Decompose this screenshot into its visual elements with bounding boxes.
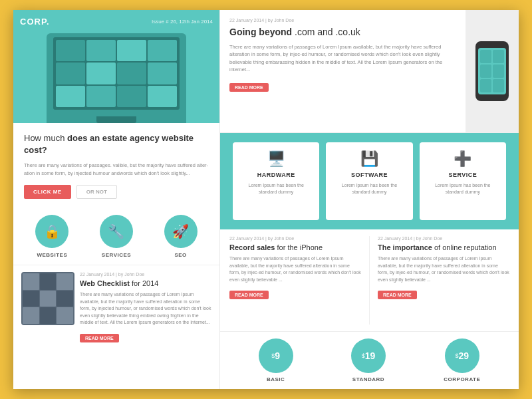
circle-services[interactable]: 🔧 SERVICES bbox=[100, 215, 133, 258]
title-bold: Record sales bbox=[229, 243, 275, 251]
standard-label: STANDARD bbox=[352, 376, 384, 382]
price-corporate: $29 CORPORATE bbox=[444, 338, 480, 382]
screen-cell bbox=[148, 63, 177, 84]
thumb-cell bbox=[40, 307, 57, 324]
websites-label: WEBSITES bbox=[37, 252, 67, 258]
bottom-article-1: 22 January 2014 | by John Doe Record sal… bbox=[229, 236, 369, 325]
screen-cell bbox=[148, 40, 177, 61]
circle-seo[interactable]: 🚀 SEO bbox=[164, 215, 198, 258]
screen-cell bbox=[86, 63, 116, 84]
software-icon: 💾 bbox=[360, 150, 378, 168]
featured-date: 22 January 2014 | by John Doe bbox=[229, 18, 456, 23]
services-circles-row: 🔒 WEBSITES 🔧 SERVICES 🚀 SEO bbox=[13, 205, 219, 265]
service-card: ➕ SERVICE Lorem Ipsum has been the stand… bbox=[420, 142, 506, 220]
services-label: SERVICES bbox=[102, 252, 131, 258]
bottom-article-2-title: The importance of online reputation bbox=[378, 243, 509, 252]
article-body-text: There are many variations of passages of… bbox=[80, 291, 211, 327]
software-body: Lorem Ipsum has been the standard dummy bbox=[332, 182, 406, 196]
services-icon: 🔧 bbox=[100, 215, 133, 248]
phone-cell bbox=[493, 79, 504, 92]
article-title-bold: Web Checklist bbox=[80, 279, 130, 287]
screen-cell bbox=[56, 63, 85, 84]
seo-label: SEO bbox=[174, 252, 186, 258]
pricing-section: $9 BASIC $19 STANDARD $29 CORPORATE bbox=[220, 332, 519, 389]
software-card: 💾 SOFTWARE Lorem Ipsum has been the stan… bbox=[326, 142, 412, 220]
thumb-cell bbox=[23, 273, 39, 290]
hardware-body: Lorem Ipsum has been the standard dummy bbox=[239, 182, 313, 196]
service-body: Lorem Ipsum has been the standard dummy bbox=[426, 182, 499, 196]
laptop-base bbox=[96, 116, 136, 123]
left-middle-section: How much does an estate agency website c… bbox=[13, 123, 219, 205]
click-me-button[interactable]: CLICK ME bbox=[24, 185, 71, 199]
featured-article-text: 22 January 2014 | by John Doe Going beyo… bbox=[220, 10, 466, 132]
read-more-button[interactable]: READ MORE bbox=[80, 334, 119, 342]
featured-title: Going beyond .com and .co.uk bbox=[229, 26, 456, 38]
featured-body: There are many variations of passages of… bbox=[229, 43, 456, 73]
basic-price-circle: $9 bbox=[259, 338, 293, 373]
left-bottom-article: 22 January 2014 | by John Doe Web Checkl… bbox=[13, 265, 219, 389]
right-top-section: 22 January 2014 | by John Doe Going beyo… bbox=[220, 10, 519, 133]
bottom-article-2-date: 22 January 2014 | by John Doe bbox=[378, 236, 509, 241]
services-cards-section: 🖥️ HARDWARE Lorem Ipsum has been the sta… bbox=[220, 133, 519, 229]
headline-subtext: There are many variations of passages. v… bbox=[24, 162, 209, 177]
right-bottom-section: 22 January 2014 | by John Doe Record sal… bbox=[220, 229, 519, 389]
hardware-card: 🖥️ HARDWARE Lorem Ipsum has been the sta… bbox=[233, 142, 319, 220]
basic-price-value: 9 bbox=[275, 350, 280, 361]
phone-cell bbox=[480, 50, 491, 63]
bottom-read-more-1[interactable]: READ MORE bbox=[229, 291, 269, 299]
standard-price-value: 19 bbox=[365, 350, 376, 361]
bottom-article-2: 22 January 2014 | by John Doe The import… bbox=[369, 236, 509, 325]
headline-plain: How much bbox=[24, 133, 65, 143]
hardware-icon: 🖥️ bbox=[267, 150, 285, 168]
standard-price-circle: $19 bbox=[351, 338, 386, 373]
basic-label: BASIC bbox=[267, 376, 285, 382]
magazine-layout: CORP. Issue # 26, 12th Jan 2014 bbox=[13, 10, 519, 389]
left-panel: CORP. Issue # 26, 12th Jan 2014 bbox=[13, 10, 219, 389]
title-rest: of online reputation bbox=[432, 243, 497, 251]
thumb-cell bbox=[57, 307, 73, 324]
screen-cell bbox=[86, 40, 116, 61]
phone-shape bbox=[475, 41, 509, 101]
corporate-label: CORPORATE bbox=[444, 376, 480, 382]
screen-cell bbox=[56, 40, 85, 61]
article-content: 22 January 2014 | by John Doe Web Checkl… bbox=[80, 272, 211, 382]
laptop-image bbox=[47, 33, 186, 123]
or-not-button[interactable]: OR NOT bbox=[76, 185, 117, 199]
phone-cell bbox=[493, 50, 504, 63]
bottom-read-more-2[interactable]: READ MORE bbox=[378, 291, 417, 299]
main-headline: How much does an estate agency website c… bbox=[24, 132, 209, 156]
laptop-screen bbox=[53, 37, 180, 110]
title-bold: The importance bbox=[378, 243, 432, 251]
bottom-article-1-title: Record sales for the iPhone bbox=[229, 243, 361, 252]
service-icon: ➕ bbox=[454, 150, 471, 168]
action-buttons: CLICK ME OR NOT bbox=[24, 185, 209, 199]
header-bar: CORP. Issue # 26, 12th Jan 2014 bbox=[20, 17, 213, 27]
featured-read-more-button[interactable]: READ MORE bbox=[229, 83, 269, 92]
circle-websites[interactable]: 🔒 WEBSITES bbox=[35, 215, 68, 258]
price-standard: $19 STANDARD bbox=[351, 338, 386, 382]
issue-text: Issue # 26, 12th Jan 2014 bbox=[152, 19, 213, 25]
logo: CORP. bbox=[20, 17, 50, 27]
service-title: SERVICE bbox=[448, 172, 477, 178]
seo-icon: 🚀 bbox=[164, 215, 198, 248]
thumb-cell bbox=[23, 291, 39, 307]
thumb-cell bbox=[57, 273, 73, 290]
corporate-price-value: 29 bbox=[459, 350, 469, 361]
screen-cell bbox=[148, 86, 177, 107]
thumb-cell bbox=[40, 273, 57, 290]
phone-cell bbox=[493, 65, 504, 78]
bottom-articles-row: 22 January 2014 | by John Doe Record sal… bbox=[220, 229, 519, 332]
screen-cell bbox=[117, 86, 146, 107]
thumb-cell bbox=[40, 291, 57, 307]
featured-title-bold: Going beyond bbox=[229, 27, 292, 37]
article-thumbnail bbox=[21, 272, 74, 325]
thumb-cell bbox=[23, 307, 39, 324]
phone-image bbox=[466, 10, 519, 132]
phone-cell bbox=[480, 79, 491, 92]
bottom-article-1-date: 22 January 2014 | by John Doe bbox=[229, 236, 361, 241]
thumb-cell bbox=[57, 291, 73, 307]
phone-cell bbox=[480, 65, 491, 78]
left-top-section: CORP. Issue # 26, 12th Jan 2014 bbox=[13, 10, 219, 123]
price-basic: $9 BASIC bbox=[259, 338, 293, 382]
corporate-price-circle: $29 bbox=[445, 338, 479, 373]
